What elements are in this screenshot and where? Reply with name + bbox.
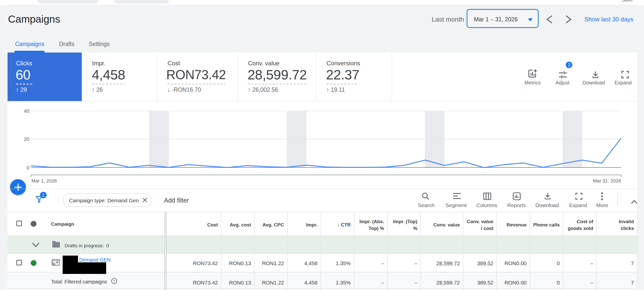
- svg-text:20: 20: [24, 136, 29, 142]
- svg-text:Mar 1, 2026: Mar 1, 2026: [31, 178, 57, 183]
- svg-text:?: ?: [113, 279, 115, 283]
- svg-text:0: 0: [27, 165, 29, 170]
- svg-text:40: 40: [24, 108, 29, 114]
- svg-text:Mar 31, 2026: Mar 31, 2026: [593, 178, 621, 183]
